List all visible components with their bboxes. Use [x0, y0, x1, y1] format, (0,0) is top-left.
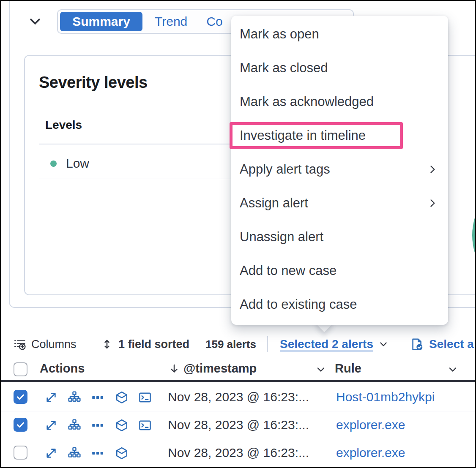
- severity-level-label: Low: [66, 156, 89, 171]
- session-view-icon[interactable]: [115, 446, 129, 460]
- menu-item-add-to-existing-case[interactable]: Add to existing case: [231, 288, 448, 321]
- grid-header-row: Actions @timestamp Rule: [1, 360, 476, 382]
- alert-timestamp: Nov 28, 2023 @ 16:23:...: [168, 390, 309, 404]
- open-alert-details-icon[interactable]: [44, 419, 58, 432]
- divider: [267, 336, 268, 352]
- open-in-terminal-icon[interactable]: [138, 391, 152, 404]
- chevron-down-icon[interactable]: [447, 364, 459, 376]
- menu-item-label: Mark as acknowledged: [240, 94, 438, 109]
- alert-rule-link[interactable]: explorer.exe: [336, 446, 405, 460]
- menu-item-apply-alert-tags[interactable]: Apply alert tags: [231, 152, 448, 186]
- columns-icon: [14, 338, 26, 351]
- chevron-down-icon[interactable]: [315, 364, 327, 376]
- severity-donut-chart: [472, 174, 476, 297]
- alerts-count: 159 alerts: [205, 335, 256, 354]
- menu-item-label: Add to new case: [240, 263, 438, 278]
- menu-item-mark-as-acknowledged[interactable]: Mark as acknowledged: [231, 85, 448, 119]
- chevron-right-icon: [427, 164, 438, 175]
- severity-level-row: Low: [50, 156, 89, 171]
- row-checkbox[interactable]: [14, 446, 27, 460]
- analyze-event-icon[interactable]: [68, 446, 81, 460]
- more-actions-icon[interactable]: [91, 391, 104, 404]
- menu-item-investigate-in-timeline[interactable]: Investigate in timeline: [231, 119, 448, 152]
- alert-rule-link[interactable]: explorer.exe: [336, 418, 405, 432]
- row-checkbox[interactable]: [14, 418, 27, 432]
- menu-item-mark-as-open[interactable]: Mark as open: [231, 17, 448, 51]
- severity-low-dot-icon: [50, 161, 57, 167]
- column-header-actions: Actions: [40, 362, 85, 375]
- alert-row: Nov 28, 2023 @ 16:23:...explorer.exe: [1, 439, 476, 467]
- severity-panel-title: Severity levels: [39, 73, 148, 92]
- alert-timestamp: Nov 28, 2023 @ 16:23:...: [168, 418, 309, 432]
- alert-rule-link[interactable]: Host-01mb2hykpi: [336, 390, 435, 404]
- alert-timestamp: Nov 28, 2023 @ 16:23:...: [168, 446, 309, 460]
- sort-arrow-down-icon: [168, 363, 180, 375]
- sort-icon: [101, 338, 113, 351]
- alerts-count-label: 159 alerts: [205, 338, 256, 351]
- tab-co[interactable]: Co: [206, 14, 222, 29]
- menu-item-assign-alert[interactable]: Assign alert: [231, 186, 448, 220]
- grid-toolbar: Columns 1 field sorted 159 alerts Select…: [1, 335, 476, 354]
- menu-item-label: Mark as closed: [240, 60, 438, 76]
- more-actions-icon[interactable]: [91, 419, 104, 432]
- menu-item-label: Apply alert tags: [240, 162, 427, 177]
- session-view-icon[interactable]: [115, 419, 129, 432]
- sort-fields-button[interactable]: 1 field sorted: [101, 335, 189, 354]
- menu-item-label: Mark as open: [240, 27, 438, 42]
- row-checkbox[interactable]: [14, 390, 27, 404]
- bulk-actions-context-menu: Mark as openMark as closedMark as acknow…: [231, 16, 448, 325]
- menu-item-add-to-new-case[interactable]: Add to new case: [231, 254, 448, 288]
- fields-sorted-label: 1 field sorted: [118, 338, 189, 351]
- column-header-timestamp[interactable]: @timestamp: [183, 362, 257, 375]
- alert-row: Nov 28, 2023 @ 16:23:...explorer.exe: [1, 411, 476, 439]
- open-alert-details-icon[interactable]: [44, 446, 58, 460]
- columns-button[interactable]: Columns: [14, 335, 77, 354]
- session-view-icon[interactable]: [115, 391, 129, 404]
- select-all-checkbox[interactable]: [14, 362, 27, 376]
- menu-item-mark-as-closed[interactable]: Mark as closed: [231, 51, 448, 85]
- column-header-rule[interactable]: Rule: [335, 362, 361, 375]
- analyze-event-icon[interactable]: [68, 419, 81, 432]
- divider: [39, 179, 233, 179]
- open-alert-details-icon[interactable]: [44, 391, 58, 404]
- more-actions-icon[interactable]: [91, 446, 104, 460]
- chevron-down-icon: [378, 339, 388, 349]
- columns-label: Columns: [31, 338, 77, 351]
- menu-item-label: Assign alert: [240, 196, 427, 211]
- document-check-icon: [410, 337, 424, 351]
- collapse-section-button[interactable]: [26, 13, 44, 30]
- alerts-page: Severity levels Levels Low SummaryTrendC…: [0, 0, 476, 468]
- alert-row: Nov 28, 2023 @ 16:23:...Host-01mb2hykpi: [1, 384, 476, 411]
- select-all-button[interactable]: Select a: [410, 335, 474, 354]
- levels-column-header: Levels: [45, 118, 82, 132]
- grid-rows: Nov 28, 2023 @ 16:23:...Host-01mb2hykpiN…: [1, 384, 476, 467]
- chevron-right-icon: [427, 198, 438, 209]
- analyze-event-icon[interactable]: [68, 391, 81, 404]
- tab-summary[interactable]: Summary: [60, 12, 142, 31]
- select-all-label: Select a: [429, 337, 474, 351]
- chevron-down-icon: [27, 14, 43, 29]
- menu-item-unassign-alert[interactable]: Unassign alert: [231, 220, 448, 254]
- divider: [39, 144, 233, 144]
- open-in-terminal-icon[interactable]: [138, 419, 152, 432]
- menu-item-label: Add to existing case: [240, 297, 438, 312]
- menu-item-label: Investigate in timeline: [240, 128, 438, 143]
- tab-trend[interactable]: Trend: [155, 14, 187, 29]
- selected-alerts-label: Selected 2 alerts: [280, 337, 373, 351]
- selected-alerts-button[interactable]: Selected 2 alerts: [280, 335, 388, 354]
- menu-item-label: Unassign alert: [240, 229, 438, 245]
